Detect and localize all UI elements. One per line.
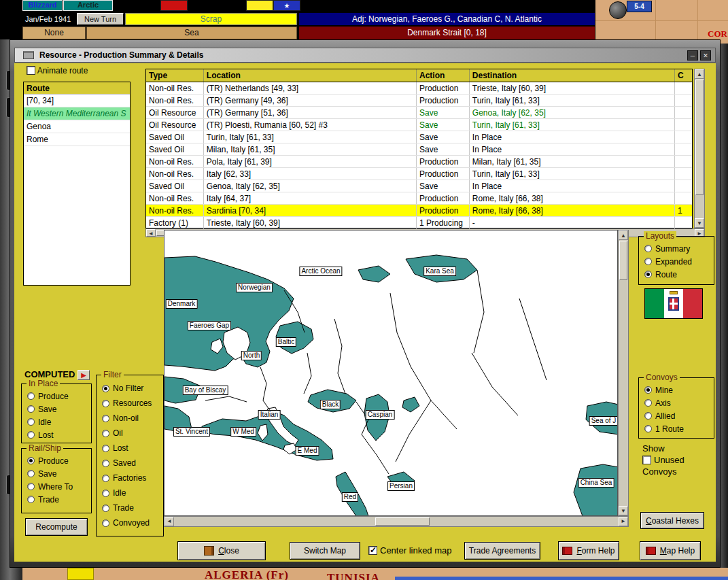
radio-icon[interactable] <box>27 470 35 477</box>
center-linked-map-checkbox[interactable] <box>368 546 377 555</box>
radio-option-produce[interactable]: Produce <box>27 454 90 467</box>
radio-option-where-to[interactable]: Where To <box>27 480 90 493</box>
unit-counter[interactable]: 5-4 <box>627 1 652 12</box>
radio-icon[interactable] <box>27 431 35 439</box>
radio-icon[interactable] <box>102 400 109 407</box>
radio-option-oil[interactable]: Oil <box>102 426 162 441</box>
table-row[interactable]: Saved OilTurin, Italy [61, 33]SaveIn Pla… <box>146 131 692 143</box>
route-list-item[interactable]: It Western Mediterranean S <box>24 107 130 120</box>
radio-icon[interactable] <box>27 392 35 400</box>
radio-option-1-route[interactable]: 1 Route <box>644 422 712 435</box>
table-row[interactable]: Non-oil Res.Sardinia [70, 34]ProductionR… <box>146 205 692 217</box>
table-row[interactable]: Non-oil Res.(TR) Germany [49, 36]Product… <box>146 95 692 107</box>
radio-option-summary[interactable]: Summary <box>644 242 712 255</box>
radio-icon[interactable] <box>102 430 109 437</box>
radio-option-trade[interactable]: Trade <box>102 500 162 515</box>
scroll-down-icon[interactable]: ▼ <box>619 506 628 515</box>
scroll-left-icon[interactable]: ◄ <box>146 229 156 237</box>
radio-icon[interactable] <box>102 490 109 497</box>
route-map[interactable]: Arctic OceanKara SeaNorwegianDenmarkFaer… <box>164 230 618 516</box>
radio-option-convoyed[interactable]: Convoyed <box>102 515 162 530</box>
dialog-titlebar[interactable]: Resource - Production Summary & Details … <box>14 48 716 63</box>
table-row[interactable]: Non-oil Res.(TR) Netherlands [49, 33]Pro… <box>146 82 692 95</box>
scroll-thumb[interactable] <box>375 517 430 526</box>
table-row[interactable]: Oil Resource(TR) Germany [51, 36]SaveGen… <box>146 107 692 119</box>
table-row[interactable]: Non-oil Res.Pola, Italy [61, 39]Producti… <box>146 156 692 168</box>
radio-option-save[interactable]: Save <box>27 467 90 480</box>
coastal-hexes-button[interactable]: Coastal Hexes <box>640 512 704 529</box>
table-row[interactable]: Non-oil Res.Italy [62, 33]ProductionTuri… <box>146 168 692 180</box>
scroll-down-icon[interactable]: ▼ <box>695 218 704 228</box>
route-list-item[interactable]: Genoa <box>24 120 130 133</box>
new-turn-button[interactable]: New Turn <box>77 13 124 25</box>
map-vertical-scrollbar[interactable]: ▲ ▼ <box>618 230 629 516</box>
switch-map-button[interactable]: Switch Map <box>290 542 360 560</box>
scrap-field[interactable]: Scrap <box>125 13 297 25</box>
scroll-right-icon[interactable]: ► <box>619 517 628 526</box>
radio-icon[interactable] <box>27 483 35 490</box>
radio-option-no-filter[interactable]: No Filter <box>102 381 162 396</box>
route-list-item[interactable]: Rome <box>24 133 130 146</box>
radio-icon[interactable] <box>102 475 109 482</box>
radio-icon[interactable] <box>644 399 652 407</box>
form-help-button[interactable]: Form Help <box>558 541 619 560</box>
radio-icon[interactable] <box>644 412 652 420</box>
scroll-up-icon[interactable]: ▲ <box>619 231 628 240</box>
radio-icon[interactable] <box>27 457 35 464</box>
table-vertical-scrollbar[interactable]: ▲ ▼ <box>694 69 705 228</box>
computed-arrow-button[interactable]: ▶ <box>77 370 90 380</box>
radio-option-save[interactable]: Save <box>27 403 90 415</box>
radio-option-route[interactable]: Route <box>644 268 712 281</box>
recompute-button[interactable]: Recompute <box>25 518 88 536</box>
table-row[interactable]: Saved OilGenoa, Italy [62, 35]SaveIn Pla… <box>146 180 692 192</box>
weather-tab-blizzard[interactable]: Blizzard <box>22 0 63 11</box>
radio-option-mine[interactable]: Mine <box>644 383 712 396</box>
scroll-thumb[interactable] <box>619 241 627 280</box>
radio-icon[interactable] <box>102 460 109 467</box>
weather-tab-arctic[interactable]: Arctic <box>63 0 113 11</box>
radio-icon[interactable] <box>644 271 652 278</box>
scroll-up-icon[interactable]: ▲ <box>695 69 704 79</box>
show-unused-convoys-checkbox[interactable] <box>642 456 651 464</box>
map-horizontal-scrollbar[interactable]: ◄ ► <box>164 516 629 527</box>
radio-option-lost[interactable]: Lost <box>102 441 162 456</box>
close-button[interactable]: Close <box>177 541 266 560</box>
radio-option-axis[interactable]: Axis <box>644 396 712 409</box>
radio-option-non-oil[interactable]: Non-oil <box>102 411 162 426</box>
table-row[interactable]: Oil Resource(TR) Ploesti, Rumania [60, 5… <box>146 119 692 131</box>
radio-icon[interactable] <box>27 418 35 426</box>
radio-icon[interactable] <box>102 415 109 422</box>
scroll-left-icon[interactable]: ◄ <box>164 517 174 526</box>
radio-icon[interactable] <box>102 505 109 512</box>
radio-option-factories[interactable]: Factories <box>102 471 162 485</box>
radio-option-lost[interactable]: Lost <box>27 428 90 441</box>
radio-icon[interactable] <box>102 445 109 452</box>
radio-option-resources[interactable]: Resources <box>102 396 162 411</box>
route-list-item[interactable]: [70, 34] <box>24 95 130 107</box>
radio-icon[interactable] <box>644 425 652 432</box>
map-help-button[interactable]: Map Help <box>640 541 701 560</box>
radio-icon[interactable] <box>102 385 109 392</box>
radio-option-expanded[interactable]: Expanded <box>644 255 712 268</box>
trade-agreements-button[interactable]: Trade Agreements <box>464 542 540 560</box>
radio-option-idle[interactable]: Idle <box>102 485 162 500</box>
radio-icon[interactable] <box>644 386 652 394</box>
radio-icon[interactable] <box>27 405 35 413</box>
radio-icon[interactable] <box>27 496 35 503</box>
radio-icon[interactable] <box>102 519 109 527</box>
radio-option-idle[interactable]: Idle <box>27 415 90 428</box>
table-row[interactable]: Factory (1)Trieste, Italy [60, 39]1 Prod… <box>146 217 692 229</box>
minimize-icon[interactable]: ─ <box>687 50 698 61</box>
radio-option-trade[interactable]: Trade <box>27 493 90 506</box>
radio-option-saved[interactable]: Saved <box>102 456 162 471</box>
animate-route-checkbox[interactable] <box>27 66 35 75</box>
radio-option-produce[interactable]: Produce <box>27 390 90 403</box>
radio-icon[interactable] <box>644 258 652 265</box>
route-list[interactable]: Route [70, 34]It Western Mediterranean S… <box>23 82 131 286</box>
scroll-thumb[interactable] <box>695 80 704 195</box>
radio-icon[interactable] <box>644 245 652 252</box>
close-icon[interactable]: ✕ <box>700 50 711 61</box>
radio-option-allied[interactable]: Allied <box>644 409 712 422</box>
table-row[interactable]: Saved OilMilan, Italy [61, 35]SaveIn Pla… <box>146 143 692 156</box>
table-row[interactable]: Non-oil Res.Italy [64, 37]ProductionRome… <box>146 192 692 205</box>
